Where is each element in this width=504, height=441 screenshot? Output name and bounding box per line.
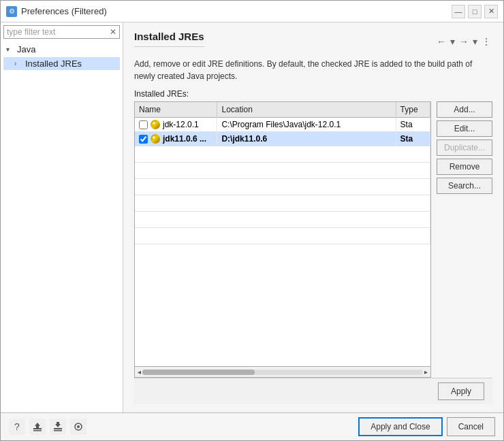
row2-check-cell: jdk11.0.6 ... (139, 134, 212, 144)
help-button[interactable]: ? (9, 419, 25, 435)
svg-marker-2 (35, 423, 40, 428)
installed-jres-label: Installed JREs: (134, 89, 492, 99)
add-button[interactable]: Add... (437, 101, 492, 118)
scroll-track[interactable] (142, 370, 423, 375)
scroll-left-icon[interactable]: ◂ (136, 368, 142, 376)
import-icon (52, 421, 63, 432)
col-location-header: Location (217, 102, 396, 118)
forward-button[interactable]: → (458, 36, 470, 47)
table-row-empty (135, 212, 430, 228)
row2-type-cell: Sta (396, 132, 430, 146)
sidebar-item-installed-jres[interactable]: › Installed JREs (3, 57, 120, 70)
row1-type-cell: Sta (396, 118, 430, 132)
table-row-empty (135, 195, 430, 212)
jre-icon-2 (151, 134, 160, 144)
row2-checkbox[interactable] (139, 135, 148, 144)
apply-and-close-button[interactable]: Apply and Close (358, 417, 442, 436)
right-panel: Installed JREs ← ▾ → ▾ ⋮ Add, remove or … (123, 22, 503, 412)
table-row-empty (135, 163, 430, 179)
search-box[interactable]: ✕ (3, 25, 120, 39)
row2-name-cell: jdk11.0.6 ... (135, 132, 217, 146)
duplicate-button[interactable]: Duplicate... (437, 140, 492, 156)
col-type-header: Type (396, 102, 430, 118)
preferences-window: ⚙ Preferences (Filtered) — □ ✕ ✕ ▾ Java … (0, 0, 504, 441)
jre-buttons: Add... Edit... Duplicate... Remove Searc… (431, 101, 492, 378)
table-row[interactable]: jdk11.0.6 ... D:\jdk11.0.6 Sta (135, 132, 430, 146)
footer-action-buttons: Apply and Close Cancel (358, 417, 495, 436)
remove-button[interactable]: Remove (437, 159, 492, 175)
search-clear-icon[interactable]: ✕ (110, 27, 116, 37)
col-name-header: Name (135, 102, 217, 118)
forward-dropdown-icon[interactable]: ▾ (471, 36, 479, 47)
settings-button[interactable] (70, 419, 86, 435)
row1-location-cell: C:\Program Files\Java\jdk-12.0.1 (217, 118, 396, 132)
panel-title: Installed JREs (134, 31, 204, 47)
edit-button[interactable]: Edit... (437, 120, 492, 137)
back-dropdown-icon[interactable]: ▾ (449, 36, 456, 47)
collapse-arrow-icon: ▾ (6, 46, 14, 53)
export-button[interactable] (29, 419, 46, 435)
close-button[interactable]: ✕ (484, 5, 498, 18)
svg-marker-5 (55, 422, 61, 427)
leaf-arrow-icon: › (14, 60, 22, 67)
panel-description: Add, remove or edit JRE definitions. By … (134, 58, 492, 82)
sidebar: ✕ ▾ Java › Installed JREs (1, 22, 123, 412)
sidebar-jres-label: Installed JREs (25, 59, 82, 69)
footer: ? (1, 412, 503, 440)
table-row-empty (135, 228, 430, 244)
sidebar-item-java[interactable]: ▾ Java (3, 43, 120, 56)
svg-point-7 (77, 425, 80, 428)
row2-name-label: jdk11.0.6 ... (163, 134, 206, 144)
maximize-button[interactable]: □ (468, 5, 482, 18)
scroll-right-icon[interactable]: ▸ (423, 368, 429, 376)
table-header-row: Name Location Type (135, 102, 430, 118)
search-input[interactable] (7, 27, 110, 37)
export-icon (32, 421, 43, 432)
title-bar: ⚙ Preferences (Filtered) — □ ✕ (1, 1, 503, 22)
row1-check-cell: jdk-12.0.1 (139, 120, 212, 129)
navigation-arrows: ← ▾ → ▾ ⋮ (435, 36, 492, 47)
table-row-empty (135, 146, 430, 163)
search-button[interactable]: Search... (437, 178, 492, 194)
svg-rect-3 (54, 428, 62, 429)
jre-area: Name Location Type (134, 101, 492, 378)
window-controls: — □ ✕ (452, 5, 498, 18)
window-icon: ⚙ (6, 6, 17, 17)
jre-table-wrapper: Name Location Type (134, 101, 431, 378)
cancel-button[interactable]: Cancel (447, 417, 495, 436)
window-title: Preferences (Filtered) (21, 6, 107, 16)
horizontal-scrollbar[interactable]: ◂ ▸ (135, 366, 430, 377)
settings-icon (73, 421, 84, 432)
row1-checkbox[interactable] (139, 120, 148, 129)
title-bar-left: ⚙ Preferences (Filtered) (6, 6, 107, 17)
jre-table: Name Location Type (135, 102, 430, 244)
right-panel-header: Installed JREs ← ▾ → ▾ ⋮ (134, 31, 492, 52)
nav-menu-icon[interactable]: ⋮ (480, 36, 492, 47)
scroll-thumb[interactable] (142, 370, 255, 375)
footer-icons: ? (9, 419, 86, 435)
apply-button[interactable]: Apply (438, 382, 484, 400)
apply-bar: Apply (134, 378, 492, 404)
minimize-button[interactable]: — (452, 5, 465, 18)
row1-name-label: jdk-12.0.1 (163, 120, 199, 129)
table-row-empty (135, 179, 430, 195)
main-content: ✕ ▾ Java › Installed JREs Installed JREs… (1, 22, 503, 412)
svg-rect-1 (33, 430, 42, 431)
table-row[interactable]: jdk-12.0.1 C:\Program Files\Java\jdk-12.… (135, 118, 430, 132)
svg-rect-4 (54, 430, 62, 431)
row2-location-cell: D:\jdk11.0.6 (217, 132, 396, 146)
sidebar-java-label: Java (17, 44, 35, 54)
import-button[interactable] (50, 419, 66, 435)
jre-icon-1 (151, 120, 160, 129)
row1-name-cell: jdk-12.0.1 (135, 118, 217, 132)
svg-rect-0 (33, 428, 42, 429)
back-button[interactable]: ← (435, 36, 447, 47)
